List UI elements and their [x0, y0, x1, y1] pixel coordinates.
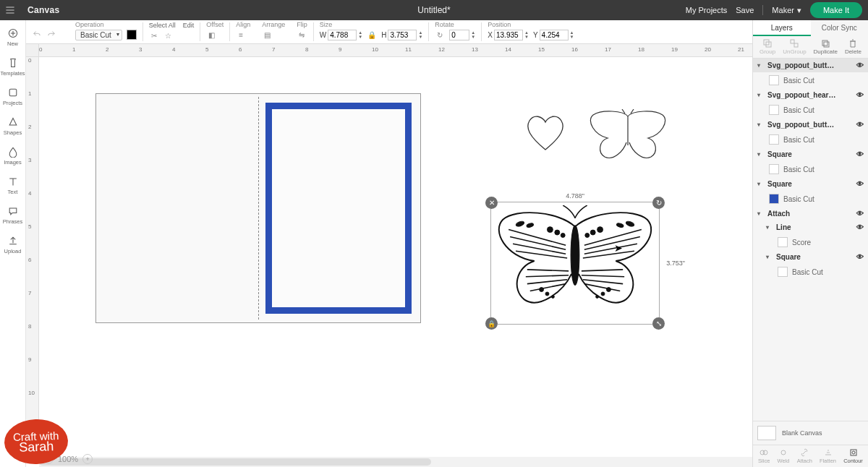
layer-item[interactable]: ▾Svg_popout_heart_si...👁	[753, 88, 868, 102]
images-button[interactable]: Images	[0, 143, 26, 168]
visibility-icon[interactable]: 👁	[856, 150, 864, 158]
canvas-inner[interactable]: 4.788" 3.753" ✕ ↻ 🔒 ⤡	[39, 57, 752, 454]
machine-select[interactable]: Maker ▾	[772, 6, 801, 15]
blue-panel[interactable]	[265, 103, 412, 314]
layer-sub[interactable]: Basic Cut	[753, 72, 868, 88]
ruler-horizontal: 0123456789101112131415161718192021	[39, 44, 752, 57]
visibility-icon[interactable]: 👁	[856, 180, 864, 188]
scrollbar-horizontal[interactable]	[39, 457, 752, 467]
contour-button[interactable]: Contour	[843, 448, 863, 464]
arrange-icon[interactable]: ▤	[262, 30, 272, 40]
layer-item[interactable]: ▾Square👁	[753, 147, 868, 161]
butterfly-outline[interactable]	[587, 109, 668, 164]
cut-icon[interactable]: ✂	[149, 31, 159, 41]
height-input[interactable]	[388, 30, 417, 40]
width-input[interactable]	[328, 30, 357, 40]
new-button[interactable]: New	[0, 25, 26, 50]
layer-sub[interactable]: Basic Cut	[753, 264, 868, 280]
svg-point-18	[596, 295, 599, 298]
undo-icon[interactable]	[32, 29, 42, 42]
delete-button[interactable]: Delete	[845, 39, 861, 55]
attach-button[interactable]: Attach	[797, 448, 812, 464]
svg-point-28	[852, 451, 855, 454]
visibility-icon[interactable]: 👁	[856, 253, 864, 261]
svg-point-4	[526, 223, 534, 228]
svg-rect-22	[794, 43, 798, 47]
tab-colorsync[interactable]: Color Sync	[811, 20, 869, 36]
selection-height: 3.753"	[666, 260, 685, 267]
save-button[interactable]: Save	[736, 6, 754, 14]
heart-outline[interactable]	[522, 112, 569, 153]
visibility-icon[interactable]: 👁	[856, 121, 864, 129]
svg-point-11	[590, 230, 595, 235]
layer-item[interactable]: ▾Square👁	[753, 250, 868, 264]
left-rail: New Templates Projects Shapes Images Tex…	[0, 20, 26, 467]
layer-sub[interactable]: Basic Cut	[753, 132, 868, 147]
group-operation: Operation Basic Cut	[69, 20, 142, 43]
zoom-in-button[interactable]: +	[82, 454, 93, 464]
offset-label: Offset	[206, 20, 224, 28]
edit-button[interactable]: Edit	[183, 22, 195, 29]
layer-item[interactable]: ▾Line👁	[753, 220, 868, 234]
align-icon[interactable]: ≡	[236, 30, 246, 40]
selection-bbox[interactable]: 4.788" 3.753" ✕ ↻ 🔒 ⤡	[490, 202, 660, 325]
blank-canvas-swatch[interactable]	[757, 426, 776, 440]
flatten-button[interactable]: Flatten	[820, 448, 836, 464]
upload-button[interactable]: Upload	[0, 232, 26, 257]
operation-dropdown[interactable]: Basic Cut	[75, 30, 122, 40]
text-button[interactable]: Text	[0, 173, 26, 198]
rotate-input[interactable]	[449, 30, 469, 40]
color-swatch[interactable]	[127, 30, 137, 40]
card-object[interactable]	[95, 93, 421, 323]
layer-item[interactable]: ▾Svg_popout_butterfly...👁	[753, 118, 868, 132]
tab-layers[interactable]: Layers	[753, 20, 811, 36]
layer-item[interactable]: ▾Attach👁	[753, 207, 868, 220]
select-all-button[interactable]: Select All	[149, 22, 176, 29]
visibility-icon[interactable]: 👁	[856, 223, 864, 231]
flip-label: Flip	[297, 20, 307, 28]
butterfly-detailed[interactable]	[494, 205, 656, 321]
x-input[interactable]	[494, 30, 523, 40]
layer-sub[interactable]: Basic Cut	[753, 161, 868, 177]
ungroup-button[interactable]: UnGroup	[783, 39, 806, 55]
layer-item[interactable]: ▾Svg_popout_butterfly...👁	[753, 59, 868, 72]
blank-canvas-row[interactable]: Blank Canvas	[753, 421, 868, 445]
operation-label: Operation	[75, 20, 104, 28]
redo-icon[interactable]	[46, 29, 56, 42]
layers-list: ▾Svg_popout_butterfly...👁Basic Cut▾Svg_p…	[753, 59, 868, 421]
layer-sub[interactable]: Basic Cut	[753, 102, 868, 118]
visibility-icon[interactable]: 👁	[856, 210, 864, 218]
canvas-label: Canvas	[27, 5, 60, 15]
menu-icon[interactable]	[0, 0, 20, 20]
offset-icon[interactable]: ◧	[206, 30, 216, 40]
duplicate-button[interactable]: Duplicate	[814, 39, 838, 55]
templates-button[interactable]: Templates	[0, 54, 26, 80]
svg-rect-21	[791, 40, 794, 43]
slice-button[interactable]: Slice	[758, 448, 770, 464]
separator	[762, 5, 763, 15]
my-projects-link[interactable]: My Projects	[686, 6, 727, 14]
panel-tabs: Layers Color Sync	[753, 20, 868, 36]
shapes-button[interactable]: Shapes	[0, 113, 26, 139]
star-icon[interactable]: ☆	[163, 31, 174, 41]
layer-sub[interactable]: Score	[753, 234, 868, 250]
layer-sub[interactable]: Basic Cut	[753, 191, 868, 207]
svg-point-9	[616, 223, 624, 228]
svg-point-15	[551, 295, 554, 298]
y-input[interactable]	[540, 30, 569, 40]
phrases-button[interactable]: Phrases	[0, 202, 26, 228]
y-label: Y	[533, 31, 538, 39]
make-it-button[interactable]: Make It	[810, 2, 862, 18]
lock-aspect-icon[interactable]: 🔒	[367, 30, 377, 40]
visibility-icon[interactable]: 👁	[856, 91, 864, 99]
weld-button[interactable]: Weld	[778, 448, 790, 464]
layer-item[interactable]: ▾Square👁	[753, 177, 868, 191]
group-button[interactable]: Group	[760, 39, 775, 55]
w-label: W	[320, 31, 326, 39]
titlebar: Canvas Untitled* My Projects Save Maker …	[0, 0, 868, 20]
canvas-area[interactable]: 0123456789101112131415161718192021 01234…	[26, 44, 752, 454]
projects-button[interactable]: Projects	[0, 84, 26, 109]
flip-icon[interactable]: ⇋	[297, 30, 307, 40]
visibility-icon[interactable]: 👁	[856, 61, 864, 69]
rotate-icon[interactable]: ↻	[435, 30, 445, 40]
